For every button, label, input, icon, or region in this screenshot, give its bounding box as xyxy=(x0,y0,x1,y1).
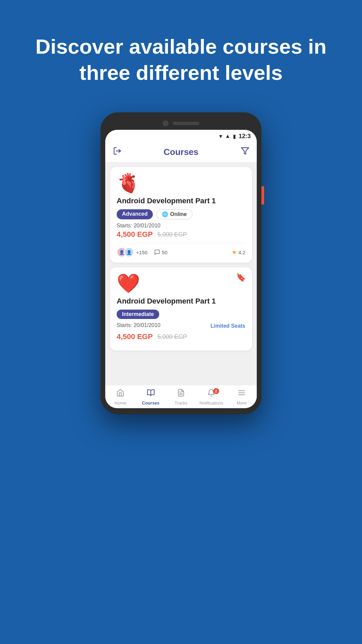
nav-home-label: Home xyxy=(115,400,126,406)
app-header: Courses xyxy=(105,142,257,162)
course-2-image: ❤️ xyxy=(117,274,245,293)
course-card-2[interactable]: 🔖 ❤️ Android Development Part 1 Intermed… xyxy=(110,267,252,351)
course-1-price-original: 5,000 EGP xyxy=(158,231,187,238)
status-time: 12:3 xyxy=(239,133,251,140)
nav-notifications[interactable]: 2 Notifications xyxy=(196,389,226,406)
course-1-comments: 50 xyxy=(154,249,168,255)
phone-mockup: ▾ ▲ ▮ 12:3 Courses xyxy=(101,112,261,414)
course-1-image: 🫀 xyxy=(117,174,245,193)
tag-advanced: Advanced xyxy=(117,209,153,219)
course-2-price-current: 4,500 EGP xyxy=(117,332,153,341)
avatar-2: 👤 xyxy=(124,247,134,257)
phone-screen: ▾ ▲ ▮ 12:3 Courses xyxy=(105,130,257,408)
course-1-avatars: 👤 👤 +150 xyxy=(117,247,147,257)
comments-count: 50 xyxy=(162,250,168,255)
course-1-tags: Advanced 🌐 Online xyxy=(117,209,245,219)
course-2-start: Starts: 20/01/2010 xyxy=(117,322,161,328)
course-1-start: Starts: 20/01/2010 xyxy=(117,223,245,229)
nav-more-label: More xyxy=(237,400,247,406)
star-icon: ★ xyxy=(232,249,237,256)
more-icon xyxy=(238,389,246,399)
back-icon[interactable] xyxy=(113,147,121,157)
svg-marker-1 xyxy=(241,148,249,154)
notification-badge: 2 xyxy=(213,388,219,394)
course-2-price-row: 4,500 EGP 5,000 EGP xyxy=(117,332,245,341)
status-bar: ▾ ▲ ▮ 12:3 xyxy=(105,130,257,142)
comment-icon xyxy=(154,249,160,255)
course-2-start-row: Starts: 20/01/2010 Limited Seats xyxy=(117,322,245,330)
nav-more[interactable]: More xyxy=(227,389,257,406)
home-icon xyxy=(116,389,124,399)
header-title: Courses xyxy=(164,147,198,157)
hero-title: Discover available courses in three diff… xyxy=(0,0,362,106)
nav-home[interactable]: Home xyxy=(105,389,135,406)
phone-side-button xyxy=(261,186,264,205)
courses-icon xyxy=(147,389,155,399)
tag-online: 🌐 Online xyxy=(156,209,192,219)
bottom-spacer xyxy=(110,355,252,359)
nav-notifications-label: Notifications xyxy=(199,400,223,406)
course-1-price-row: 4,500 EGP 5,000 EGP xyxy=(117,230,245,239)
course-2-tags: Intermediate xyxy=(117,310,245,319)
wifi-icon: ▾ xyxy=(219,132,222,140)
rating-value: 4.2 xyxy=(238,250,245,255)
course-2-title: Android Development Part 1 xyxy=(117,297,245,306)
course-card-1[interactable]: 🫀 Android Development Part 1 Advanced 🌐 … xyxy=(110,167,252,263)
limited-seats-label: Limited Seats xyxy=(210,323,245,329)
course-1-rating: ★ 4.2 xyxy=(232,249,245,256)
phone-speaker xyxy=(173,122,199,125)
course-2-price-original: 5,000 EGP xyxy=(158,333,187,340)
phone-outer: ▾ ▲ ▮ 12:3 Courses xyxy=(101,112,261,414)
tag-intermediate: Intermediate xyxy=(117,310,159,319)
signal-icon: ▲ xyxy=(225,133,230,139)
nav-courses-label: Courses xyxy=(142,400,160,406)
globe-icon: 🌐 xyxy=(162,211,168,217)
course-1-footer: 👤 👤 +150 50 ★ 4.2 xyxy=(117,247,245,257)
bottom-nav: Home Courses xyxy=(105,385,257,408)
course-1-price-current: 4,500 EGP xyxy=(117,230,153,239)
tracks-icon xyxy=(177,389,185,399)
filter-icon[interactable] xyxy=(241,147,249,157)
nav-tracks[interactable]: Tracks xyxy=(166,389,196,406)
bookmark-icon[interactable]: 🔖 xyxy=(236,273,246,282)
avatar-count: +150 xyxy=(136,250,147,255)
phone-camera xyxy=(163,120,169,126)
phone-top-bar xyxy=(105,118,257,130)
battery-icon: ▮ xyxy=(233,133,236,140)
nav-courses[interactable]: Courses xyxy=(135,389,166,406)
course-1-title: Android Development Part 1 xyxy=(117,197,245,205)
courses-list: 🫀 Android Development Part 1 Advanced 🌐 … xyxy=(105,162,257,385)
nav-tracks-label: Tracks xyxy=(175,400,188,406)
card-divider-1 xyxy=(117,243,245,243)
